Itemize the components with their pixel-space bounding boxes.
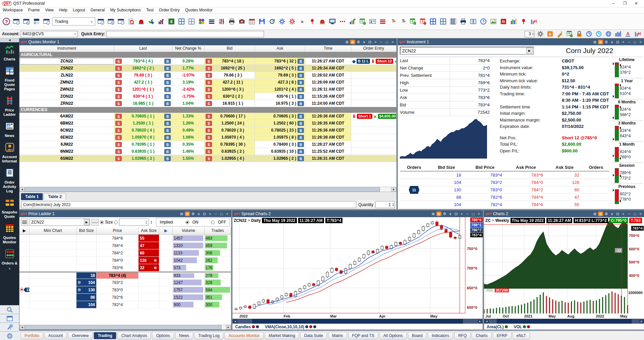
size-stepper[interactable]: ▲▼ [150, 220, 153, 224]
monitor-icon[interactable] [328, 17, 337, 26]
panel-close-icon[interactable]: × [390, 40, 395, 44]
menu-item-workspace[interactable]: Workspace [3, 8, 23, 12]
sell-button[interactable]: S [115, 128, 122, 133]
sell-button[interactable]: S [206, 80, 212, 85]
buy-button[interactable]: B [164, 156, 171, 161]
column-header-bid[interactable]: Bid [205, 45, 255, 52]
sell-button[interactable]: S [115, 80, 122, 85]
ladder-column-trades[interactable]: Trades [205, 227, 231, 235]
column-header-instrument[interactable]: Instrument [19, 45, 114, 52]
column-header-last[interactable]: Last [114, 45, 172, 52]
panel-maximize-icon[interactable]: □ [632, 211, 637, 216]
sell-button[interactable]: S [115, 121, 122, 126]
print2-icon[interactable] [459, 17, 468, 26]
spread-panel-titlebar[interactable]: QST Spread Charts 2 ⊞⊞⚙∨⊡+−□× [232, 210, 483, 217]
buy-button[interactable]: B [164, 149, 171, 154]
depth-bid-price[interactable]: 783^4 [465, 172, 505, 179]
panel-settings-icon[interactable]: ⚙ [356, 40, 361, 44]
panel-chevron-icon[interactable]: ∨ [609, 211, 614, 216]
panel-maximize-icon[interactable]: □ [219, 211, 224, 216]
panel-settings-icon[interactable]: ⚙ [604, 211, 609, 216]
menu-item-quotes-monitor[interactable]: Quotes Monitor [185, 8, 213, 12]
sell-button[interactable]: S [206, 135, 212, 140]
menu-item-frame[interactable]: Frame [28, 8, 40, 12]
sell-button[interactable]: S [206, 114, 212, 119]
ladder-column-ask-size[interactable]: Ask Size [139, 227, 159, 235]
price-cell[interactable]: 782^4 [97, 301, 139, 308]
quote-row-ZSN22[interactable]: ZSN22S1692^2 ( 2 )B1.77%S1692^0 ( 25 )16… [19, 65, 396, 72]
sell-button[interactable]: S [206, 142, 212, 147]
sliders-icon[interactable] [217, 17, 226, 26]
grid-blue2-icon[interactable] [439, 17, 447, 26]
sell-button[interactable]: S [115, 142, 122, 147]
grid-blue-icon[interactable] [429, 17, 437, 26]
column-header-time[interactable]: Time [305, 45, 351, 52]
chart-plus-icon[interactable] [348, 17, 357, 26]
pin-panel-icon[interactable]: ⊞ [431, 211, 436, 216]
table-green-icon[interactable]: + [565, 30, 574, 38]
depth-ask-price[interactable]: 783^6 [505, 172, 546, 179]
alarm-icon[interactable] [137, 17, 146, 26]
size-radio[interactable] [100, 221, 104, 224]
instrument-cell[interactable]: 6EM22 [19, 134, 114, 141]
buy-button[interactable]: B [298, 149, 304, 154]
sidebar-item-account-informat[interactable]: iAccount Informat [0, 140, 19, 165]
ask-size-cell[interactable]: 32 [139, 264, 159, 271]
quote-row-ZON22[interactable]: ZON22S630^4 ( 1 )B-1.75%S630^2 ( 2 )635^… [19, 93, 396, 100]
charts-panel-titlebar[interactable]: QST Charts 2 ⊞⊞⚙∨⊡+−□× [484, 210, 644, 217]
buy-button[interactable]: B [298, 94, 304, 99]
depth-bid-price[interactable]: 783^0 [465, 186, 505, 194]
quote-row-6AM22[interactable]: 6AM22S0.70605 ( 1 )B1.33%S0.70600 ( 17 )… [19, 113, 396, 120]
panel-chevron-icon[interactable]: ∨ [362, 40, 367, 44]
remove-page-icon[interactable]: − [117, 17, 125, 26]
sell-button[interactable]: S [206, 59, 212, 64]
weekly-chart-hscrollbar[interactable]: ◄► [484, 319, 644, 324]
tab-options[interactable]: Options [152, 332, 174, 339]
buy-button[interactable]: B [298, 156, 304, 161]
ladder-symbol-input[interactable]: ZCN22▶ [30, 218, 90, 226]
ladder-hscrollbar[interactable]: ◄► [19, 325, 231, 330]
menu-item-my-subscriptions[interactable]: My Subscriptions [110, 8, 141, 12]
palette-icon[interactable] [197, 17, 206, 26]
tab-news[interactable]: News [175, 332, 193, 339]
instrument-cell[interactable]: 6JM22 [19, 141, 114, 148]
instrument-cell[interactable]: 6SM22 [19, 155, 114, 162]
order-instrument-input[interactable] [21, 201, 356, 208]
ladder-column-volume[interactable]: Volume [173, 227, 205, 235]
ask-size-cell[interactable]: 60 [139, 249, 159, 256]
six-badge-icon[interactable]: 6 [167, 17, 176, 26]
fx-table-icon[interactable]: fx [499, 17, 508, 26]
buy-button[interactable]: B [298, 87, 304, 92]
maximize-frame-icon[interactable]: + [12, 17, 21, 26]
instrument-cell[interactable]: 6NM22 [19, 148, 114, 155]
save-icon[interactable] [258, 17, 266, 26]
t-down2-icon[interactable]: T [398, 17, 407, 26]
short-position-badge[interactable]: Short 1 [357, 114, 372, 119]
settings-badge-icon[interactable]: S [546, 30, 554, 38]
ladder-column--[interactable]: ▶ [19, 227, 30, 235]
column-header-net-change-%[interactable]: Net Change % [172, 45, 205, 52]
lock-icon[interactable] [575, 30, 584, 38]
panel-move-icon[interactable]: + [208, 211, 213, 216]
buy-button[interactable]: B [164, 135, 171, 140]
buy-button[interactable]: B [164, 94, 171, 99]
working-order-badge[interactable]: 11 [409, 186, 420, 194]
panel-close-icon[interactable]: × [225, 211, 230, 216]
sidebar-item-news[interactable]: NNews [0, 119, 19, 140]
quotes-hscrollbar[interactable]: ◄► [19, 187, 396, 192]
table-columns-icon[interactable] [449, 17, 458, 26]
pin-panel-icon[interactable]: ⊞ [592, 211, 597, 216]
depth-bid-price[interactable]: 782^4 [465, 201, 505, 208]
menu-item-order-entry[interactable]: Order Entry [159, 8, 180, 12]
quote-row-ZWN22[interactable]: ZWN22S1201^0 ( 1 )B-2.42%S1200^6 ( 3 )12… [19, 86, 396, 93]
pin-red-icon[interactable] [308, 17, 317, 26]
tab-rfq[interactable]: RFQ [454, 332, 471, 339]
grid-add-icon[interactable]: + [409, 17, 417, 26]
h-bars-icon[interactable]: H [529, 17, 538, 26]
photo-icon[interactable] [489, 17, 498, 26]
panel-maximize-icon[interactable]: □ [632, 40, 637, 44]
sell-button[interactable]: S [115, 87, 122, 92]
legend-item[interactable]: VMA(Close,10,10,10) [265, 325, 316, 329]
quote-row-ZCN22[interactable]: ZCN22S783^4 ( 4 )B0.26%S783^4 ( 18 )783^… [19, 58, 396, 65]
tab-efrp[interactable]: EFRP [493, 332, 512, 339]
